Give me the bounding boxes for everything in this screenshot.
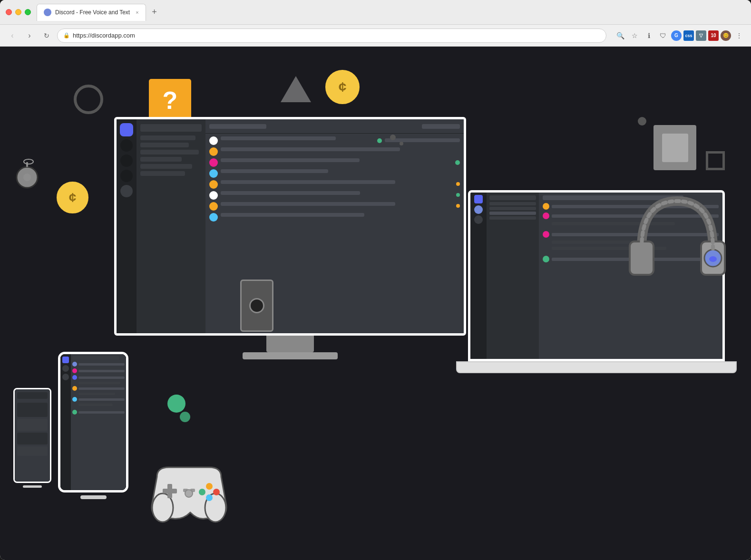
- ph-msg-line-2: [78, 370, 125, 372]
- minimize-button[interactable]: [15, 9, 21, 15]
- channel-header-bar: [140, 124, 202, 132]
- close-button[interactable]: [6, 9, 12, 15]
- phone-srv-1: [62, 365, 69, 372]
- channel-item-5: [140, 164, 192, 169]
- ph-line-2: [78, 393, 115, 395]
- discord-ui-monitor: [117, 119, 464, 333]
- server-icon-4: [120, 185, 133, 197]
- new-tab-button[interactable]: +: [148, 6, 161, 19]
- green-dot-float-2: [180, 412, 190, 422]
- active-tab[interactable]: Discord - Free Voice and Text ×: [37, 4, 146, 21]
- info-icon[interactable]: ℹ: [643, 29, 655, 42]
- message-row-6: [209, 191, 460, 200]
- speaker-body: [240, 280, 273, 332]
- channel-item-6: [140, 171, 185, 176]
- svg-point-2: [24, 159, 33, 164]
- chat-header: [205, 119, 464, 134]
- maximize-button[interactable]: [25, 9, 31, 15]
- msg-content-1: [221, 136, 374, 140]
- phone-chat: [71, 354, 126, 490]
- svg-point-3: [23, 174, 31, 181]
- svg-point-8: [206, 483, 213, 490]
- avatar-pink: [209, 158, 218, 167]
- message-row-1: [209, 136, 460, 145]
- ext-brown-icon[interactable]: 😊: [721, 30, 731, 41]
- ext-red-icon[interactable]: 10: [708, 30, 719, 41]
- server-icon-3: [120, 170, 133, 182]
- lap-ch-3: [489, 212, 536, 215]
- msg-content-7: [221, 202, 453, 206]
- message-row-8: [209, 213, 460, 222]
- channel-sidebar: [137, 119, 205, 333]
- back-button[interactable]: ‹: [6, 29, 19, 42]
- green-dot-float-1: [167, 395, 185, 413]
- gold-coin-symbol: ¢: [339, 79, 347, 95]
- bomb-decoration: [14, 158, 40, 184]
- monitor-stand: [266, 336, 314, 352]
- ph-line-3: [78, 404, 113, 406]
- chat-header-controls: [422, 124, 460, 129]
- tab-bar: Discord - Free Voice and Text × +: [37, 4, 745, 21]
- ph-msg-line-6: [78, 411, 125, 414]
- lap-srv-1: [474, 205, 483, 214]
- ext-google-icon[interactable]: G: [671, 30, 682, 41]
- bookmark-icon[interactable]: ☆: [628, 29, 641, 42]
- monitor-screen: [114, 117, 466, 336]
- ph-msg-line-4: [78, 387, 125, 390]
- ph-block-2: [17, 419, 48, 431]
- lap-channel-bar: [487, 193, 539, 359]
- lap-ch-2: [489, 207, 536, 210]
- lap-server-bar: [470, 193, 487, 359]
- channel-item-4: [140, 157, 182, 162]
- forward-button[interactable]: ›: [23, 29, 36, 42]
- message-row-5: [209, 180, 460, 189]
- avatar-orange: [209, 147, 218, 156]
- msg-line: [221, 213, 364, 217]
- toolbar-right: 🔍 ☆ ℹ 🛡 G css ▽ 10 😊 ⋮: [614, 29, 745, 42]
- ph-msg-row-5: [72, 397, 125, 402]
- ph-msg-line-3: [78, 377, 125, 379]
- phone-left-home: [23, 485, 42, 488]
- ext-css-icon[interactable]: css: [683, 30, 694, 41]
- phone-left: [13, 388, 51, 497]
- shield-icon[interactable]: 🛡: [657, 29, 669, 42]
- gray-box-decoration: [653, 125, 696, 170]
- tab-title: Discord - Free Voice and Text: [55, 9, 130, 16]
- ph-msg-row-1: [72, 362, 125, 367]
- msg-line: [221, 191, 360, 195]
- msg-line: [221, 202, 395, 206]
- zoom-icon[interactable]: 🔍: [614, 29, 626, 42]
- ph-avatar-blue: [72, 362, 77, 367]
- ext-filter-icon[interactable]: ▽: [696, 30, 706, 41]
- msg-content-2: [221, 147, 460, 151]
- small-dot-2: [400, 142, 403, 145]
- message-row-3: [209, 158, 460, 167]
- msg-content-3: [221, 158, 452, 162]
- lap-ch-1: [489, 202, 536, 205]
- msg-line: [221, 136, 336, 140]
- msg-meta: [385, 138, 460, 142]
- question-mark-box: ?: [147, 77, 193, 123]
- speaker-box: [240, 280, 276, 337]
- phone-server-bar: [60, 354, 71, 490]
- headphones: [623, 187, 732, 296]
- reload-button[interactable]: ↻: [40, 29, 53, 42]
- gray-box-inner: [662, 134, 688, 162]
- channel-item-1: [140, 135, 195, 140]
- avatar-orange-2: [209, 180, 218, 189]
- main-monitor: [114, 117, 466, 359]
- monitor-base: [243, 352, 338, 359]
- channel-item-3: [140, 150, 199, 154]
- url-text: https://discordapp.com: [73, 32, 135, 39]
- status-dot: [377, 138, 382, 143]
- msg-content-6: [221, 191, 453, 195]
- tab-close-button[interactable]: ×: [136, 10, 138, 15]
- headphones-svg: [623, 187, 732, 296]
- phone-left-inner: [15, 389, 50, 482]
- ph-ch-header: [72, 356, 119, 360]
- circle-outline-decoration: [74, 85, 103, 114]
- ph-avatar-pink: [72, 368, 77, 373]
- svg-rect-7: [163, 489, 177, 493]
- menu-icon[interactable]: ⋮: [733, 29, 745, 42]
- url-bar[interactable]: 🔒 https://discordapp.com: [57, 29, 606, 43]
